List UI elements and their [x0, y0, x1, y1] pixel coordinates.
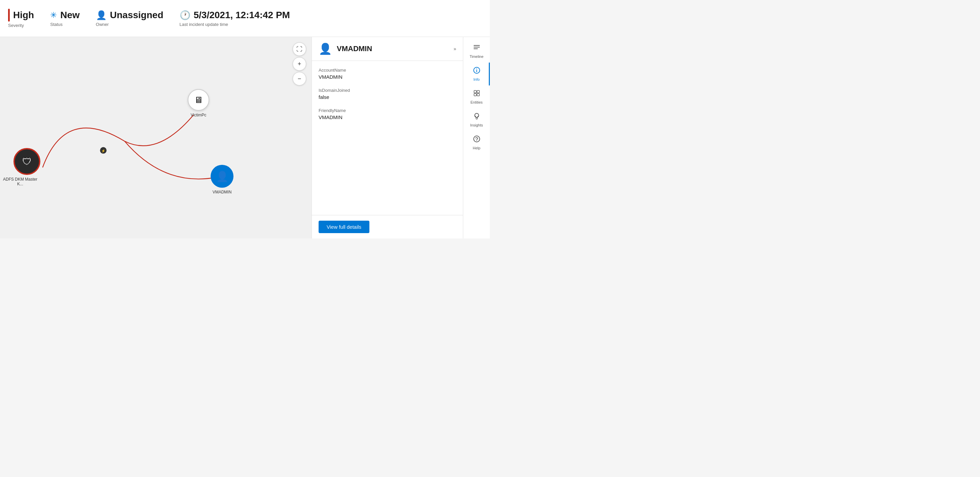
svg-rect-9 [477, 91, 479, 93]
svg-rect-2 [474, 45, 480, 46]
field-domain-joined-label: IsDomainJoined [318, 88, 456, 93]
sidebar-item-insights[interactable]: Insights [463, 108, 490, 131]
right-panel: 👤 VMADMIN » AccountName VMADMIN IsDomain… [312, 37, 463, 238]
field-domain-joined: IsDomainJoined false [318, 88, 456, 100]
node-victimpc[interactable]: 🖥 VictimPc [188, 89, 209, 118]
insights-icon [473, 112, 480, 122]
panel-collapse-button[interactable]: » [453, 46, 456, 51]
severity-item[interactable]: High Severity [8, 9, 34, 28]
panel-entity-icon: 👤 [318, 42, 332, 55]
header: High Severity ✳ New Status 👤 Unassigned … [0, 0, 490, 37]
field-domain-joined-value: false [318, 94, 456, 100]
insights-label: Insights [470, 123, 483, 127]
node-vmadmin[interactable]: 👤 VMADMIN [211, 165, 234, 194]
sidebar-item-entities[interactable]: Entities [463, 86, 490, 108]
new-status-icon: ✳ [50, 10, 57, 20]
field-friendly-name-value: VMADMIN [318, 114, 456, 120]
svg-rect-11 [477, 94, 479, 96]
severity-sub: Severity [8, 23, 34, 28]
status-item[interactable]: ✳ New Status [50, 10, 80, 27]
svg-rect-4 [474, 48, 478, 49]
severity-label: High [13, 10, 34, 21]
svg-point-7 [476, 68, 477, 69]
svg-point-14 [474, 136, 480, 142]
datetime-item: 🕐 5/3/2021, 12:14:42 PM Last incident up… [180, 10, 290, 27]
datetime-label: 5/3/2021, 12:14:42 PM [194, 10, 290, 21]
side-nav: Timeline Info Entities [463, 37, 490, 238]
field-account-name: AccountName VMADMIN [318, 68, 456, 80]
sidebar-item-info[interactable]: Info [463, 62, 490, 86]
timeline-label: Timeline [469, 54, 484, 59]
sidebar-item-timeline[interactable]: Timeline [463, 40, 490, 62]
status-sub: Status [50, 22, 80, 27]
severity-bar-icon [8, 9, 10, 22]
clock-icon: 🕐 [180, 10, 191, 21]
view-full-details-button[interactable]: View full details [318, 221, 369, 233]
svg-point-15 [476, 140, 477, 141]
svg-rect-10 [474, 94, 476, 96]
svg-text:⚡: ⚡ [101, 149, 106, 153]
panel-header: 👤 VMADMIN » [312, 37, 463, 61]
field-account-name-label: AccountName [318, 68, 456, 73]
sidebar-item-help[interactable]: Help [463, 131, 490, 154]
svg-rect-3 [474, 47, 480, 48]
fit-button[interactable]: ⛶ [293, 42, 306, 56]
status-label: New [60, 10, 80, 21]
svg-point-12 [475, 113, 479, 118]
info-icon [473, 67, 480, 76]
field-friendly-name-label: FriendlyName [318, 108, 456, 113]
main-content: ⚡ 🛡 ADFS DKM Master K... 🖥 VictimPc 👤 VM… [0, 37, 490, 238]
field-account-name-value: VMADMIN [318, 74, 456, 80]
panel-footer: View full details [312, 215, 463, 238]
zoom-out-button[interactable]: − [293, 72, 306, 86]
help-icon [473, 135, 480, 145]
owner-item[interactable]: 👤 Unassigned Owner [96, 10, 164, 27]
svg-rect-8 [474, 91, 476, 93]
svg-rect-13 [476, 118, 477, 119]
panel-title: VMADMIN [337, 45, 372, 53]
zoom-in-button[interactable]: + [293, 57, 306, 71]
entities-icon [473, 89, 480, 99]
panel-content: AccountName VMADMIN IsDomainJoined false… [312, 61, 463, 215]
timeline-icon [473, 44, 480, 53]
node-adfs-label: ADFS DKM Master K... [0, 177, 40, 186]
node-adfs[interactable]: 🛡 ADFS DKM Master K... [7, 148, 47, 186]
info-label: Info [473, 77, 479, 81]
datetime-sub: Last incident update time [180, 22, 290, 27]
node-vmadmin-label: VMADMIN [211, 190, 234, 194]
graph-controls: ⛶ + − [293, 42, 306, 86]
help-label: Help [473, 146, 480, 150]
svg-rect-6 [476, 70, 477, 72]
owner-icon: 👤 [96, 10, 107, 21]
field-friendly-name: FriendlyName VMADMIN [318, 108, 456, 120]
owner-sub: Owner [96, 22, 164, 27]
node-victimpc-label: VictimPc [188, 113, 209, 118]
entities-label: Entities [470, 100, 482, 104]
graph-svg: ⚡ [0, 37, 312, 238]
owner-label: Unassigned [110, 10, 164, 21]
graph-area[interactable]: ⚡ 🛡 ADFS DKM Master K... 🖥 VictimPc 👤 VM… [0, 37, 312, 238]
